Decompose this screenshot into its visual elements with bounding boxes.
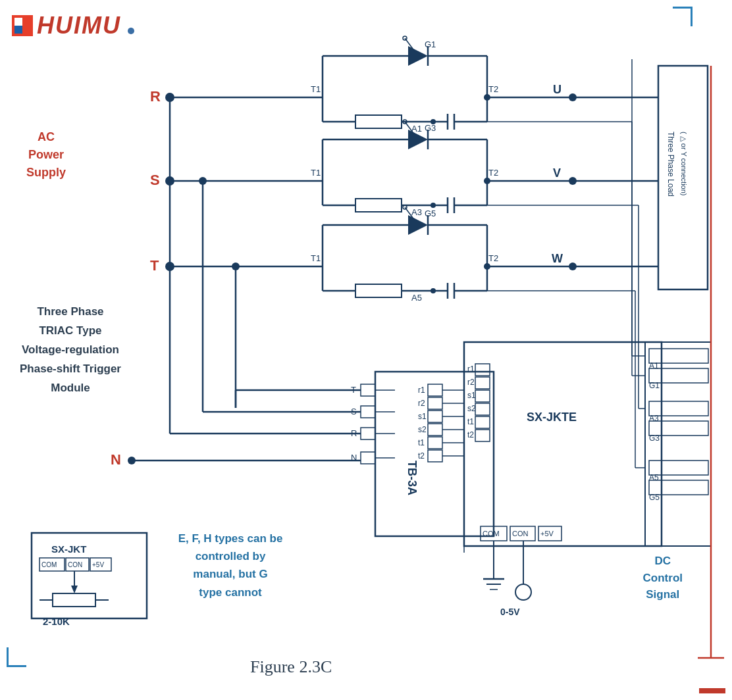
- svg-text:t1: t1: [418, 438, 425, 447]
- svg-text:G3: G3: [425, 123, 436, 133]
- svg-rect-74: [355, 284, 402, 297]
- svg-point-86: [569, 262, 577, 270]
- svg-text:A5: A5: [411, 293, 422, 303]
- svg-rect-112: [428, 384, 442, 396]
- svg-rect-200: [53, 593, 95, 607]
- main-container: HUIMU ACPowerSupply Three PhaseTRIAC Typ…: [0, 0, 732, 700]
- svg-text:A5: A5: [649, 473, 659, 482]
- svg-text:CON: CON: [512, 530, 529, 538]
- svg-rect-136: [475, 390, 490, 402]
- svg-text:t2: t2: [467, 430, 474, 439]
- svg-text:N: N: [111, 451, 121, 468]
- svg-text:s1: s1: [418, 412, 427, 421]
- svg-rect-140: [475, 416, 490, 428]
- svg-text:2-10K: 2-10K: [43, 616, 70, 627]
- svg-point-53: [431, 203, 436, 208]
- svg-rect-109: [361, 452, 375, 464]
- svg-point-92: [199, 177, 207, 185]
- svg-text:r2: r2: [418, 399, 425, 408]
- svg-text:+5V: +5V: [540, 530, 554, 538]
- svg-point-94: [232, 262, 240, 270]
- svg-point-30: [569, 93, 577, 101]
- svg-text:G1: G1: [649, 381, 660, 390]
- svg-rect-143: [645, 342, 711, 546]
- svg-rect-132: [475, 364, 490, 376]
- svg-text:S: S: [150, 172, 160, 188]
- svg-text:s2: s2: [467, 404, 476, 413]
- svg-rect-46: [355, 199, 402, 212]
- svg-text:G5: G5: [649, 493, 660, 502]
- svg-rect-121: [428, 424, 442, 436]
- svg-text:T2: T2: [488, 253, 498, 263]
- svg-text:T2: T2: [488, 168, 498, 178]
- svg-rect-190: [32, 533, 147, 618]
- svg-text:r1: r1: [418, 386, 425, 395]
- svg-rect-103: [361, 406, 375, 418]
- svg-text:Three Phase Load: Three Phase Load: [666, 132, 675, 197]
- svg-text:SX-JKT: SX-JKT: [51, 543, 86, 555]
- svg-rect-124: [428, 437, 442, 449]
- svg-marker-199: [71, 586, 78, 593]
- svg-text:A3: A3: [411, 207, 422, 217]
- svg-text:T2: T2: [488, 84, 498, 94]
- svg-text:t2: t2: [418, 451, 425, 461]
- svg-rect-127: [428, 450, 442, 462]
- svg-text:COM: COM: [41, 561, 57, 568]
- svg-rect-134: [475, 377, 490, 389]
- svg-point-81: [431, 288, 436, 293]
- svg-rect-100: [361, 384, 375, 396]
- svg-rect-18: [355, 115, 402, 128]
- svg-text:r1: r1: [467, 364, 475, 374]
- svg-text:R: R: [150, 88, 161, 105]
- svg-text:0-5V: 0-5V: [500, 607, 520, 617]
- svg-text:V: V: [553, 166, 561, 180]
- svg-point-96: [166, 262, 174, 270]
- svg-text:G1: G1: [425, 39, 436, 49]
- svg-text:W: W: [552, 252, 563, 265]
- svg-text:T1: T1: [311, 84, 321, 94]
- svg-text:s1: s1: [467, 391, 476, 400]
- svg-text:( △ or Y connection): ( △ or Y connection): [680, 132, 688, 195]
- svg-rect-142: [475, 430, 490, 441]
- svg-text:T1: T1: [311, 168, 321, 178]
- svg-rect-138: [475, 403, 490, 415]
- svg-point-58: [569, 177, 577, 185]
- svg-text:s2: s2: [418, 425, 427, 434]
- svg-text:U: U: [553, 83, 562, 96]
- svg-text:TB-3A: TB-3A: [405, 461, 419, 495]
- svg-rect-115: [428, 397, 442, 409]
- svg-text:T: T: [150, 257, 159, 274]
- svg-point-95: [166, 177, 174, 185]
- svg-text:COM: COM: [483, 530, 500, 538]
- circuit-diagram: R T1 G1 A1 T2: [0, 0, 732, 700]
- svg-text:SX-JKTE: SX-JKTE: [527, 411, 577, 424]
- svg-point-178: [515, 584, 531, 600]
- svg-text:r2: r2: [467, 378, 475, 387]
- svg-text:T1: T1: [311, 253, 321, 263]
- svg-text:+5V: +5V: [92, 561, 104, 568]
- svg-rect-106: [361, 428, 375, 439]
- svg-text:G5: G5: [425, 209, 436, 218]
- svg-rect-118: [428, 411, 442, 422]
- svg-text:A1: A1: [649, 361, 659, 370]
- svg-text:G3: G3: [649, 434, 660, 443]
- svg-text:CON: CON: [68, 561, 82, 568]
- svg-text:A3: A3: [649, 414, 659, 423]
- svg-text:t1: t1: [467, 417, 474, 426]
